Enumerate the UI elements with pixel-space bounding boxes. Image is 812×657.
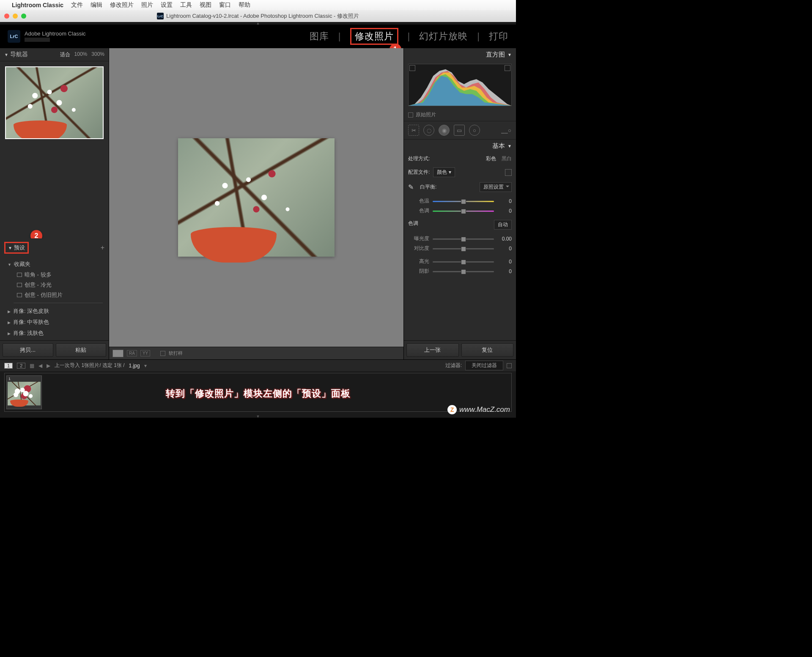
paste-button[interactable]: 粘贴: [56, 343, 107, 357]
radial-tool-icon[interactable]: ○: [469, 125, 480, 136]
module-picker: 图库 | 修改照片 1 | 幻灯片放映 | 打印: [310, 28, 508, 45]
brand-name: Adobe Lightroom Classic: [25, 30, 86, 37]
previous-button[interactable]: 上一张: [406, 343, 459, 357]
shadows-slider[interactable]: [433, 269, 494, 274]
treatment-bw[interactable]: 黑白: [502, 156, 512, 162]
filmstrip-info: 上一次导入 1张照片/ 选定 1张 /: [55, 362, 124, 369]
menu-edit[interactable]: 编辑: [91, 1, 102, 9]
preset-group[interactable]: ▶肖像: 中等肤色: [8, 317, 109, 328]
left-panel: ▼导航器 适合 100% 300% 2 ▼ 预设 +: [0, 48, 109, 359]
prev-photo-icon[interactable]: ◀: [38, 363, 42, 369]
highlights-slider[interactable]: [433, 259, 494, 264]
presets-header[interactable]: ▼ 预设 +: [0, 238, 109, 257]
nav-300[interactable]: 300%: [91, 51, 104, 58]
filmstrip-file: 1.jpg: [129, 363, 140, 369]
module-develop[interactable]: 修改照片: [355, 31, 394, 41]
menubar-app[interactable]: Lightroom Classic: [12, 2, 63, 8]
preset-item[interactable]: 暗角 - 较多: [8, 270, 109, 280]
profile-browser-icon[interactable]: [505, 169, 512, 176]
menu-file[interactable]: 文件: [71, 1, 83, 9]
annotation-caption: 转到「修改照片」模块左侧的「预设」面板: [166, 387, 351, 400]
chevron-down-icon[interactable]: ▾: [144, 363, 147, 369]
window-titlebar: LrC Lightroom Catalog-v10-2.lrcat - Adob…: [0, 10, 516, 22]
menu-help[interactable]: 帮助: [239, 1, 250, 9]
highlight-clip-icon[interactable]: [505, 65, 510, 71]
image-canvas[interactable]: [109, 48, 403, 347]
navigator-thumbnail[interactable]: [5, 66, 104, 139]
bottom-grip[interactable]: ▼: [0, 415, 516, 418]
histogram[interactable]: [408, 64, 512, 106]
shadow-clip-icon[interactable]: [409, 65, 415, 71]
toggle-yy[interactable]: YY: [140, 350, 150, 356]
screen-2[interactable]: 2: [17, 363, 25, 369]
auto-tone-button[interactable]: 自动: [494, 220, 512, 230]
presets-tree: ▼收藏夹 暗角 - 较多 创意 - 冷光 创意 - 仿旧照片 ▶肖像: 深色皮肤…: [0, 257, 109, 340]
preset-item[interactable]: 创意 - 仿旧照片: [8, 290, 109, 300]
exposure-slider[interactable]: [433, 236, 494, 241]
app-icon: LrC: [157, 13, 164, 19]
nav-100[interactable]: 100%: [74, 51, 88, 58]
redeye-tool-icon[interactable]: ◉: [439, 125, 450, 136]
grad-tool-icon[interactable]: ▭: [454, 125, 465, 136]
annotation-highlight-1: 修改照片 1: [350, 28, 398, 45]
wb-dropdown[interactable]: 原照设置: [480, 182, 512, 192]
softproof-label: 软打样: [169, 350, 183, 356]
filmstrip-thumb[interactable]: 1: [6, 375, 42, 409]
minimize-button[interactable]: [13, 14, 18, 19]
eyedropper-icon[interactable]: ✎: [408, 183, 417, 192]
menu-settings[interactable]: 设置: [161, 1, 173, 9]
grid-view-icon[interactable]: ▦: [30, 363, 34, 369]
center-canvas: RA YY 软打样: [109, 48, 403, 359]
screen-1[interactable]: 1: [4, 363, 13, 369]
navigator-header[interactable]: ▼导航器 适合 100% 300%: [0, 48, 109, 61]
module-print[interactable]: 打印: [489, 30, 508, 43]
crop-tool-icon[interactable]: ✂: [408, 125, 419, 136]
right-panel: 直方图▼ 原始照片 ✂ ◌ ◉: [403, 48, 516, 359]
preset-group[interactable]: ▶肖像: 深色皮肤: [8, 306, 109, 317]
preset-item[interactable]: 创意 - 冷光: [8, 280, 109, 290]
menu-photo[interactable]: 照片: [141, 1, 153, 9]
module-library[interactable]: 图库: [310, 30, 329, 43]
add-preset-button[interactable]: +: [101, 244, 104, 252]
original-toggle[interactable]: 原始照片: [404, 109, 516, 121]
watermark-icon: Z: [447, 405, 457, 414]
basic-header[interactable]: 基本▼: [404, 140, 516, 153]
treatment-row: 处理方式: 彩色 黑白: [404, 153, 516, 165]
histogram-header[interactable]: 直方图▼: [404, 48, 516, 61]
preset-group-favorites[interactable]: ▼收藏夹: [8, 259, 109, 270]
progress-bar: [25, 38, 50, 42]
brand-icon: LrC: [8, 30, 20, 43]
preset-group[interactable]: ▶肖像: 浅肤色: [8, 328, 109, 339]
watermark: Z www.MacZ.com: [447, 405, 510, 414]
spot-tool-icon[interactable]: ◌: [423, 125, 434, 136]
module-slideshow[interactable]: 幻灯片放映: [419, 30, 468, 43]
bg-swatch[interactable]: [112, 350, 123, 357]
filter-dropdown[interactable]: 关闭过滤器: [465, 361, 503, 370]
copy-button[interactable]: 拷贝...: [3, 343, 53, 357]
menu-tools[interactable]: 工具: [180, 1, 192, 9]
close-button[interactable]: [4, 14, 9, 19]
window-title: Lightroom Catalog-v10-2.lrcat - Adobe Ph…: [166, 12, 359, 20]
tint-slider[interactable]: [433, 208, 494, 214]
reset-button[interactable]: 复位: [461, 343, 514, 357]
brush-tool-icon[interactable]: ⎯⎯○: [501, 125, 512, 136]
contrast-slider[interactable]: [433, 246, 494, 251]
softproof-check[interactable]: [160, 351, 165, 356]
toggle-ra[interactable]: RA: [127, 350, 137, 356]
develop-toolstrip: ✂ ◌ ◉ ▭ ○ ⎯⎯○: [404, 121, 516, 140]
mac-menubar: Lightroom Classic 文件 编辑 修改照片 照片 设置 工具 视图…: [0, 0, 516, 10]
menu-develop[interactable]: 修改照片: [110, 1, 134, 9]
menu-window[interactable]: 窗口: [219, 1, 231, 9]
filter-lock-icon[interactable]: [507, 363, 512, 368]
profile-dropdown[interactable]: 颜色 ▾: [433, 167, 455, 177]
menu-view[interactable]: 视图: [200, 1, 211, 9]
next-photo-icon[interactable]: ▶: [47, 363, 50, 369]
filmstrip-header: 1 2 ▦ ◀ ▶ 上一次导入 1张照片/ 选定 1张 / 1.jpg ▾ 过滤…: [0, 359, 516, 371]
center-toolbar: RA YY 软打样: [109, 347, 403, 359]
nav-fit[interactable]: 适合: [60, 51, 70, 58]
zoom-button[interactable]: [21, 14, 26, 19]
identity-module-bar: LrC Adobe Lightroom Classic 图库 | 修改照片 1 …: [0, 25, 516, 48]
temp-slider[interactable]: [433, 199, 494, 204]
treatment-color[interactable]: 彩色: [486, 156, 496, 162]
